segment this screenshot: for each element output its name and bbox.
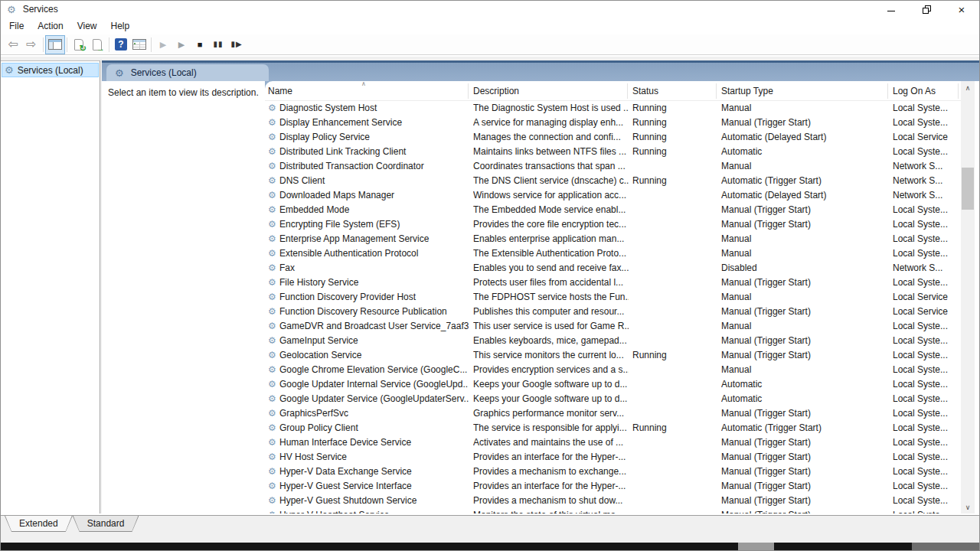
service-log-on-as: Local Syste...	[893, 377, 959, 392]
list-header-row: ∧ Name Description Status Startup Type L…	[265, 81, 975, 101]
service-status: Running	[632, 421, 717, 435]
service-row[interactable]: ⚙ Display Enhancement Service A service …	[265, 116, 961, 130]
results-header-chip: ⚙ Services (Local)	[106, 64, 269, 81]
service-description: Provides a mechanism to exchange...	[473, 465, 629, 479]
menu-file[interactable]: File	[2, 18, 31, 34]
service-status	[632, 276, 717, 290]
service-row[interactable]: ⚙ Hyper-V Guest Service Interface Provid…	[265, 479, 961, 494]
service-name: Hyper-V Data Exchange Service	[279, 465, 469, 479]
column-header-description[interactable]: Description	[473, 81, 519, 101]
column-divider[interactable]	[958, 83, 959, 99]
column-header-name[interactable]: Name	[268, 81, 292, 101]
service-row[interactable]: ⚙ Enterprise App Management Service Enab…	[265, 232, 961, 246]
column-divider[interactable]	[627, 83, 628, 99]
column-header-log-on-as[interactable]: Log On As	[893, 81, 936, 101]
service-status	[632, 435, 717, 450]
service-description: Enables keyboards, mice, gamepad...	[473, 334, 629, 348]
console-tree-pane: ⚙ Services (Local)	[1, 60, 100, 514]
service-row[interactable]: ⚙ Display Policy Service Manages the con…	[265, 130, 961, 145]
service-description: A service for managing display enh...	[473, 116, 629, 130]
pause-service-button[interactable]: ▮▮	[209, 36, 227, 54]
refresh-button[interactable]: ↻	[70, 36, 88, 54]
service-row[interactable]: ⚙ Function Discovery Resource Publicatio…	[265, 305, 961, 319]
menu-help[interactable]: Help	[104, 18, 137, 34]
service-row[interactable]: ⚙ Geolocation Service This service monit…	[265, 348, 961, 363]
scroll-up-button[interactable]: ∧	[961, 81, 975, 94]
restore-button[interactable]	[909, 1, 944, 18]
service-row[interactable]: ⚙ Hyper-V Data Exchange Service Provides…	[265, 465, 961, 479]
forward-button[interactable]: ⇨	[22, 36, 41, 54]
service-row[interactable]: ⚙ Embedded Mode The Embedded Mode servic…	[265, 203, 961, 217]
column-divider[interactable]	[887, 83, 888, 99]
service-row[interactable]: ⚙ GraphicsPerfSvc Graphics performance m…	[265, 406, 961, 421]
service-row[interactable]: ⚙ Hyper-V Heartbeat Service Monitors the…	[265, 508, 961, 514]
services-list: ⚙ Diagnostic System Host The Diagnostic …	[265, 101, 961, 514]
show-action-pane-button[interactable]	[130, 36, 149, 54]
service-row[interactable]: ⚙ GameInput Service Enables keyboards, m…	[265, 334, 961, 348]
service-row[interactable]: ⚙ Google Updater Service (GoogleUpdaterS…	[265, 392, 961, 406]
service-startup-type: Manual	[721, 246, 888, 261]
service-gear-icon: ⚙	[268, 319, 276, 334]
service-name: Google Chrome Elevation Service (GoogleC…	[279, 363, 469, 377]
help-button[interactable]: ?	[112, 36, 130, 54]
service-row[interactable]: ⚙ Group Policy Client The service is res…	[265, 421, 961, 435]
service-row[interactable]: ⚙ Extensible Authentication Protocol The…	[265, 246, 961, 261]
service-log-on-as: Local Syste...	[893, 406, 959, 421]
show-console-tree-button[interactable]	[46, 36, 64, 54]
tab-standard[interactable]: Standard	[73, 516, 139, 532]
service-row[interactable]: ⚙ Encrypting File System (EFS) Provides …	[265, 217, 961, 232]
service-startup-type: Manual (Trigger Start)	[721, 406, 888, 421]
service-row[interactable]: ⚙ Google Chrome Elevation Service (Googl…	[265, 363, 961, 377]
column-header-status[interactable]: Status	[632, 81, 658, 101]
service-name: GraphicsPerfSvc	[279, 406, 469, 421]
service-description: Maintains links between NTFS files ...	[473, 145, 629, 159]
menu-action[interactable]: Action	[31, 18, 70, 34]
scroll-down-button[interactable]: ∨	[961, 500, 975, 514]
stop-service-button[interactable]: ■	[191, 36, 209, 54]
service-row[interactable]: ⚙ DNS Client The DNS Client service (dns…	[265, 174, 961, 188]
service-log-on-as: Local Syste...	[893, 276, 959, 290]
sidebar-item-services-local[interactable]: ⚙ Services (Local)	[2, 63, 99, 77]
close-button[interactable]: ×	[944, 1, 979, 18]
column-divider[interactable]	[468, 83, 469, 99]
minimize-button[interactable]	[874, 1, 909, 18]
pause-service-icon: ▮▮	[213, 41, 223, 48]
service-row[interactable]: ⚙ Google Updater Internal Service (Googl…	[265, 377, 961, 392]
service-row[interactable]: ⚙ Downloaded Maps Manager Windows servic…	[265, 188, 961, 203]
service-row[interactable]: ⚙ Distributed Link Tracking Client Maint…	[265, 145, 961, 159]
tab-standard-label: Standard	[87, 518, 125, 529]
resume-service-button[interactable]: ▶	[172, 36, 191, 54]
service-row[interactable]: ⚙ Function Discovery Provider Host The F…	[265, 290, 961, 305]
sidebar-item-label: Services (Local)	[18, 65, 83, 76]
service-row[interactable]: ⚙ Fax Enables you to send and receive fa…	[265, 261, 961, 276]
service-name: Enterprise App Management Service	[279, 232, 469, 246]
restart-service-icon: ▮▶	[230, 41, 242, 48]
service-description: Manages the connection and confi...	[473, 130, 629, 145]
service-row[interactable]: ⚙ File History Service Protects user fil…	[265, 276, 961, 290]
vertical-scrollbar[interactable]: ∧ ∨	[961, 81, 975, 514]
service-status	[632, 479, 717, 494]
start-service-button[interactable]: ▶	[154, 36, 172, 54]
service-row[interactable]: ⚙ Distributed Transaction Coordinator Co…	[265, 159, 961, 174]
export-list-button[interactable]: →	[88, 36, 106, 54]
service-row[interactable]: ⚙ HV Host Service Provides an interface …	[265, 450, 961, 465]
service-log-on-as: Local Syste...	[893, 334, 959, 348]
service-log-on-as: Local Syste...	[893, 421, 959, 435]
service-description: Activates and maintains the use of ...	[473, 435, 629, 450]
service-name: Function Discovery Provider Host	[279, 290, 469, 305]
service-row[interactable]: ⚙ Diagnostic System Host The Diagnostic …	[265, 101, 961, 116]
service-row[interactable]: ⚙ Hyper-V Guest Shutdown Service Provide…	[265, 494, 961, 508]
service-row[interactable]: ⚙ Human Interface Device Service Activat…	[265, 435, 961, 450]
menu-view[interactable]: View	[70, 18, 104, 34]
column-header-startup-type[interactable]: Startup Type	[721, 81, 773, 101]
tab-extended[interactable]: Extended	[5, 516, 73, 532]
service-row[interactable]: ⚙ GameDVR and Broadcast User Service_7aa…	[265, 319, 961, 334]
service-log-on-as: Local Syste...	[893, 494, 959, 508]
scrollbar-thumb[interactable]	[962, 168, 974, 210]
column-divider[interactable]	[716, 83, 717, 99]
results-pane: ⚙ Services (Local) Select an item to vie…	[102, 60, 979, 514]
restart-service-button[interactable]: ▮▶	[227, 36, 246, 54]
back-button[interactable]: ⇦	[4, 36, 22, 54]
service-gear-icon: ⚙	[268, 334, 276, 348]
service-description: Enables enterprise application man...	[473, 232, 629, 246]
